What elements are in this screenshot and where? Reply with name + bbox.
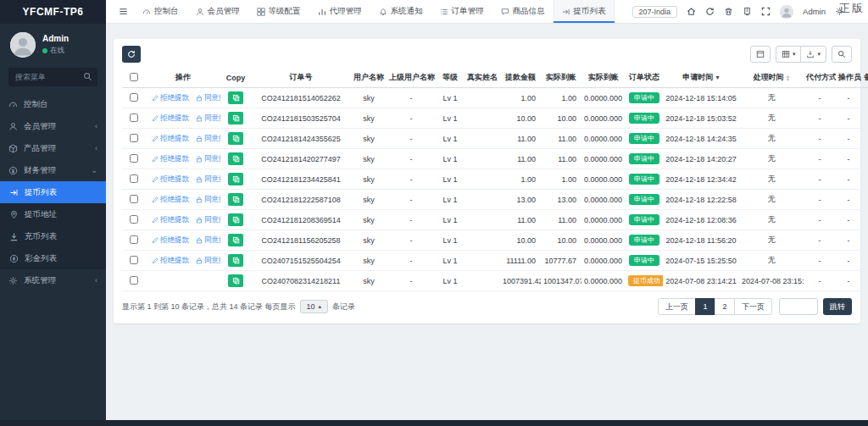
approve-withdraw-link[interactable]: 同意提款 [196, 215, 220, 225]
toggle-pagination-button[interactable] [750, 46, 771, 63]
copy-button[interactable] [228, 173, 243, 185]
column-header[interactable]: 真实姓名 [465, 68, 500, 88]
sidebar-item[interactable]: 彩金列表 [0, 247, 106, 269]
reject-withdraw-link[interactable]: 拒绝提款 [152, 195, 189, 205]
row-checkbox[interactable] [130, 256, 138, 264]
copy-button[interactable] [228, 132, 243, 145]
copy-button[interactable] [228, 234, 243, 246]
column-header[interactable]: 等级 [436, 68, 465, 88]
reject-withdraw-link[interactable]: 拒绝提款 [152, 256, 189, 266]
sidebar-item[interactable]: 充币列表 [0, 225, 106, 247]
row-checkbox[interactable] [130, 235, 138, 244]
column-header[interactable]: 实际到账 [541, 68, 581, 88]
user-avatar[interactable] [780, 5, 793, 19]
row-checkbox[interactable] [130, 174, 138, 183]
approve-withdraw-link[interactable]: 同意提款 [196, 195, 220, 205]
topbar: 控制台会员管理等级配置代理管理系统通知订单管理商品信息提币列表 207-Indi… [106, 0, 868, 24]
column-header[interactable]: Copy [220, 68, 251, 88]
page-size-select[interactable]: 10▴ [300, 300, 329, 313]
approve-withdraw-link[interactable]: 同意提款 [196, 256, 220, 266]
gear-icon[interactable] [835, 7, 844, 16]
row-checkbox[interactable] [130, 154, 138, 163]
page-jump-button[interactable]: 跳转 [823, 298, 852, 315]
topnav-tab[interactable]: 商品信息 [492, 0, 554, 23]
approve-withdraw-link[interactable]: 同意提款 [196, 113, 220, 124]
copy-button[interactable] [228, 274, 243, 287]
column-header[interactable]: 提款金额 [500, 68, 541, 88]
copy-button[interactable] [228, 213, 243, 226]
column-header[interactable]: 操作 [146, 68, 220, 88]
column-header[interactable]: 订单状态 [626, 68, 663, 88]
cell-remark [861, 88, 868, 108]
reject-withdraw-link[interactable]: 拒绝提款 [152, 154, 189, 164]
column-header[interactable]: 订单号 [251, 68, 351, 88]
row-checkbox[interactable] [130, 276, 138, 285]
select-all-checkbox[interactable] [130, 73, 138, 81]
approve-withdraw-link[interactable]: 同意提款 [196, 174, 220, 185]
copy-button[interactable] [228, 152, 243, 165]
region-badge[interactable]: 207-India [632, 6, 678, 18]
topnav-tab[interactable]: 控制台 [134, 0, 187, 23]
topbar-username[interactable]: Admin [803, 7, 826, 16]
column-header[interactable]: 实际到账 [581, 68, 626, 88]
approve-withdraw-link[interactable]: 同意提款 [196, 154, 220, 164]
column-header[interactable]: 操作员 [836, 68, 861, 88]
approve-withdraw-link[interactable]: 同意提款 [196, 93, 220, 103]
column-header[interactable]: 备注 [861, 68, 868, 88]
column-header[interactable]: 处理时间▴▾ [739, 68, 804, 88]
approve-withdraw-link[interactable]: 同意提款 [196, 235, 220, 246]
copy-button[interactable] [228, 91, 243, 104]
sidebar-item[interactable]: 产品管理‹ [0, 137, 106, 159]
topnav-tab[interactable]: 订单管理 [431, 0, 492, 23]
sidebar-item[interactable]: 财务管理⌄ [0, 159, 106, 181]
reject-withdraw-link[interactable]: 拒绝提款 [152, 235, 189, 246]
copy-button[interactable] [228, 193, 243, 206]
clear-cache-icon[interactable] [743, 7, 752, 16]
column-header[interactable]: 申请时间▾ [663, 68, 739, 88]
page-button-1[interactable]: 1 [695, 298, 715, 315]
sidebar-item[interactable]: 提币列表 [0, 181, 106, 203]
row-checkbox[interactable] [130, 195, 138, 203]
sidebar-item[interactable]: 会员管理‹ [0, 115, 106, 137]
sidebar-item[interactable]: 提币地址 [0, 203, 106, 225]
approve-withdraw-link[interactable]: 同意提款 [196, 134, 220, 144]
refresh-icon[interactable] [705, 7, 715, 16]
row-checkbox[interactable] [130, 113, 138, 122]
reject-withdraw-link[interactable]: 拒绝提款 [152, 134, 189, 144]
column-header[interactable]: 代付方式 [804, 68, 836, 88]
topnav-tab[interactable]: 系统通知 [370, 0, 431, 23]
next-page-button[interactable]: 下一页 [734, 298, 772, 315]
copy-button[interactable] [228, 112, 243, 124]
table-search-button[interactable] [832, 46, 852, 63]
row-checkbox[interactable] [130, 134, 138, 142]
cell-remark: df [861, 271, 868, 291]
sidebar-item[interactable]: 系统管理‹ [0, 269, 106, 291]
topnav-tab[interactable]: 等级配置 [248, 0, 309, 23]
copy-button[interactable] [228, 254, 243, 267]
cell-order-no: CO2412181424355625 [251, 129, 351, 149]
topnav-tab[interactable]: 会员管理 [187, 0, 248, 23]
column-header[interactable]: 用户名称 [351, 68, 387, 88]
reject-withdraw-link[interactable]: 拒绝提款 [152, 93, 189, 103]
sidebar-item[interactable]: 控制台 [0, 93, 106, 115]
reject-withdraw-link[interactable]: 拒绝提款 [152, 174, 189, 185]
reject-withdraw-link[interactable]: 拒绝提款 [152, 113, 189, 124]
sort-desc-icon: ▾ [715, 74, 719, 81]
prev-page-button[interactable]: 上一页 [658, 298, 696, 315]
page-button-2[interactable]: 2 [715, 298, 735, 315]
topnav-tab[interactable]: 代理管理 [309, 0, 370, 23]
trash-icon[interactable] [724, 7, 733, 16]
reject-withdraw-link[interactable]: 拒绝提款 [152, 215, 189, 225]
topnav-tab[interactable]: 提币列表 [554, 0, 615, 23]
cell-amount: 11.00 [500, 149, 541, 169]
hamburger-icon[interactable] [113, 0, 134, 23]
export-button[interactable]: ▾ [800, 46, 826, 63]
page-jump-input[interactable] [779, 298, 818, 315]
columns-button[interactable]: ▾ [776, 46, 802, 63]
fullscreen-icon[interactable] [761, 7, 771, 16]
table-refresh-button[interactable] [122, 46, 141, 63]
row-checkbox[interactable] [130, 215, 138, 224]
row-checkbox[interactable] [130, 93, 138, 102]
column-header[interactable]: 上级用户名称 [387, 68, 436, 88]
home-icon[interactable] [687, 7, 696, 16]
